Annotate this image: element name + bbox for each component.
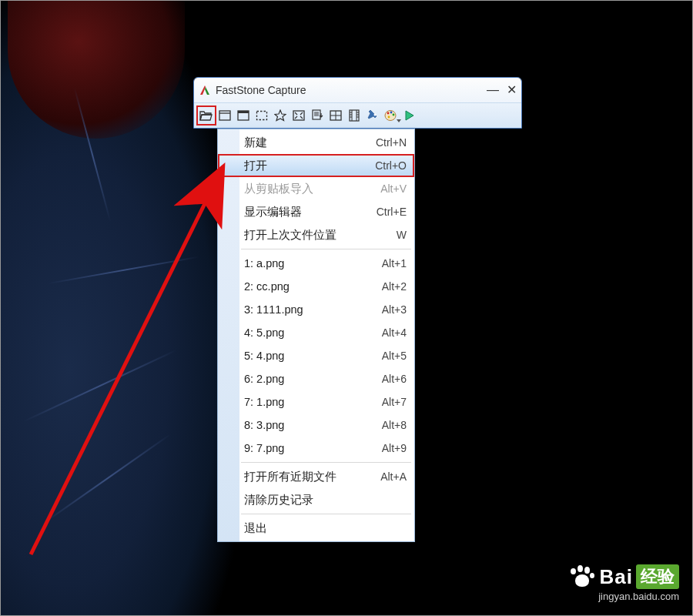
svg-marker-0	[200, 85, 206, 95]
svg-rect-2	[219, 111, 230, 120]
app-icon	[199, 84, 211, 96]
capture-window-object-button[interactable]	[234, 106, 253, 125]
menu-item-label: 8: 3.png	[244, 419, 382, 431]
menu-item-shortcut: Ctrl+O	[375, 159, 407, 172]
capture-fullscreen-button[interactable]	[290, 106, 308, 125]
titlebar[interactable]: FastStone Capture — ✕	[194, 78, 521, 102]
menu-item-shortcut: Alt+4	[382, 326, 407, 339]
menu-item-shortcut: W	[397, 229, 407, 241]
menu-item-shortcut: Ctrl+E	[377, 206, 407, 218]
open-menu-button[interactable]	[197, 106, 216, 125]
freehand-icon	[274, 109, 286, 122]
svg-rect-8	[313, 110, 320, 119]
svg-point-24	[374, 114, 377, 116]
menu-item-label: 7: 1.png	[244, 396, 382, 408]
menu-open-all-recent[interactable]: 打开所有近期文件Alt+A	[218, 465, 414, 488]
file-dropdown-menu: 新建Ctrl+N打开Ctrl+O从剪贴板导入Alt+V显示编辑器Ctrl+E打开…	[217, 129, 415, 542]
paw-icon	[569, 565, 595, 588]
menu-item-label: 打开上次文件位置	[244, 228, 397, 243]
menu-item-shortcut: Alt+6	[382, 373, 407, 385]
menu-item-label: 清除历史记录	[244, 493, 407, 507]
toolbar	[194, 102, 521, 128]
svg-point-27	[390, 112, 393, 114]
capture-freehand-button[interactable]	[271, 106, 290, 125]
menu-item-label: 2: cc.png	[244, 280, 382, 293]
settings-arrow-icon	[403, 109, 416, 122]
screen-recorder-button[interactable]	[345, 106, 363, 125]
menu-recent-8[interactable]: 8: 3.pngAlt+8	[218, 413, 414, 437]
menu-item-label: 6: 2.png	[244, 373, 382, 385]
folder-open-icon	[199, 109, 213, 122]
svg-rect-6	[257, 112, 267, 120]
menu-item-label: 新建	[244, 136, 376, 150]
menu-recent-4[interactable]: 4: 5.pngAlt+4	[218, 321, 414, 344]
menu-exit[interactable]: 退出	[218, 517, 414, 540]
menu-recent-2[interactable]: 2: cc.pngAlt+2	[218, 275, 414, 298]
menu-item-label: 3: 1111.png	[244, 303, 382, 316]
minimize-button[interactable]: —	[487, 84, 499, 96]
menu-item-label: 1: a.png	[244, 257, 382, 270]
menu-separator	[241, 462, 411, 463]
watermark-badge: 经验	[636, 564, 679, 589]
menu-recent-9[interactable]: 9: 7.pngAlt+9	[218, 437, 414, 460]
capture-rectangle-button[interactable]	[253, 106, 271, 125]
menu-item-label: 退出	[244, 521, 407, 536]
output-options-button[interactable]	[382, 106, 400, 125]
menu-item-shortcut: Alt+7	[382, 396, 407, 408]
palette-icon	[384, 109, 398, 122]
menu-item-label: 5: 4.png	[244, 350, 382, 362]
menu-recent-3[interactable]: 3: 1111.pngAlt+3	[218, 298, 414, 321]
svg-marker-1	[205, 87, 209, 95]
menu-recent-5[interactable]: 5: 4.pngAlt+5	[218, 344, 414, 367]
menu-open[interactable]: 打开Ctrl+O	[218, 154, 414, 177]
svg-point-28	[393, 114, 395, 116]
window-filled-icon	[237, 110, 249, 121]
svg-point-29	[388, 116, 390, 119]
menu-item-label: 显示编辑器	[244, 205, 377, 219]
rect-dashed-icon	[256, 110, 268, 121]
svg-rect-7	[293, 111, 304, 120]
menu-item-label: 4: 5.png	[244, 326, 382, 339]
window-icon	[219, 110, 231, 121]
menu-new[interactable]: 新建Ctrl+N	[218, 131, 414, 154]
svg-rect-15	[350, 110, 359, 121]
menu-recent-1[interactable]: 1: a.pngAlt+1	[218, 252, 414, 275]
scroll-icon	[311, 109, 323, 122]
faststone-capture-window: FastStone Capture — ✕	[193, 77, 522, 129]
capture-fixed-region-button[interactable]	[326, 106, 345, 125]
close-button[interactable]: ✕	[507, 84, 517, 96]
menu-item-label: 9: 7.png	[244, 442, 382, 454]
menu-separator	[241, 514, 411, 514]
svg-point-26	[387, 112, 390, 115]
menu-recent-6[interactable]: 6: 2.pngAlt+6	[218, 367, 414, 390]
delay-button[interactable]	[363, 106, 382, 125]
settings-button[interactable]	[400, 106, 419, 125]
menu-item-shortcut: Alt+8	[382, 419, 407, 431]
pin-icon	[367, 109, 379, 122]
menu-item-shortcut: Alt+A	[380, 470, 407, 483]
menu-item-shortcut: Alt+9	[382, 442, 407, 454]
watermark-url: jingyan.baidu.com	[569, 591, 679, 602]
menu-item-shortcut: Alt+2	[382, 280, 407, 293]
menu-recent-7[interactable]: 7: 1.pngAlt+7	[218, 390, 414, 413]
menu-item-label: 打开	[244, 159, 375, 173]
watermark-brand: Bai	[600, 565, 633, 589]
watermark: Bai 经验 jingyan.baidu.com	[569, 564, 679, 602]
menu-item-shortcut: Alt+5	[382, 350, 407, 362]
menu-separator	[241, 249, 411, 249]
menu-item-label: 打开所有近期文件	[244, 470, 380, 484]
menu-item-shortcut: Ctrl+N	[376, 136, 407, 149]
menu-open-last-location[interactable]: 打开上次文件位置W	[218, 223, 414, 246]
menu-item-shortcut: Alt+V	[380, 182, 407, 195]
window-title: FastStone Capture	[216, 84, 306, 96]
capture-scrolling-button[interactable]	[308, 106, 326, 125]
menu-show-editor[interactable]: 显示编辑器Ctrl+E	[218, 200, 414, 223]
fullscreen-icon	[293, 110, 305, 121]
menu-item-label: 从剪贴板导入	[244, 182, 380, 196]
film-icon	[349, 109, 360, 122]
svg-rect-5	[238, 111, 249, 113]
capture-active-window-button[interactable]	[216, 106, 234, 125]
menu-item-shortcut: Alt+3	[382, 303, 407, 316]
menu-import-clipboard: 从剪贴板导入Alt+V	[218, 177, 414, 200]
menu-clear-history[interactable]: 清除历史记录	[218, 488, 414, 511]
